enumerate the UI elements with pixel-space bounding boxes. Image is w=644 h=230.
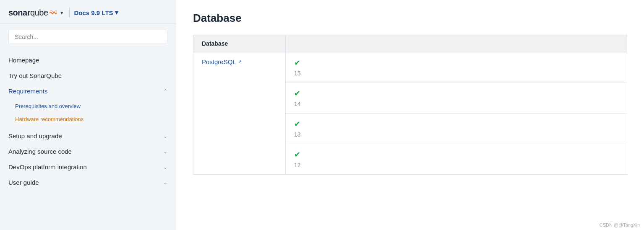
check-icon: ✔ <box>294 58 618 67</box>
requirements-sub-nav: Prerequisites and overview Hardware reco… <box>0 99 176 128</box>
check-icon: ✔ <box>294 89 618 98</box>
chevron-down-icon: ⌄ <box>163 180 167 186</box>
version-number: 15 <box>294 70 301 77</box>
search-input[interactable] <box>8 30 167 44</box>
version-13-cell: ✔ 13 <box>286 114 627 144</box>
version-number: 14 <box>294 101 301 107</box>
sidebar-item-analyzing[interactable]: Analyzing source code ⌄ <box>0 144 176 159</box>
page-title: Database <box>193 12 627 25</box>
docs-version-button[interactable]: Docs 9.9 LTS ▾ <box>74 9 118 16</box>
sidebar-item-label: Requirements <box>8 88 47 95</box>
sidebar-item-label: User guide <box>8 179 39 186</box>
nav-list: Homepage Try out SonarQube Requirements … <box>0 50 176 230</box>
logo-dropdown-button[interactable]: ▾ <box>59 9 65 17</box>
db-link-text: PostgreSQL <box>202 58 236 65</box>
sidebar-item-prerequisites[interactable]: Prerequisites and overview <box>0 100 176 113</box>
sidebar-item-label: Analyzing source code <box>8 148 72 155</box>
check-icon: ✔ <box>294 150 618 159</box>
sidebar-item-label: Try out SonarQube <box>8 72 62 79</box>
version-15-cell: ✔ 15 <box>286 52 627 83</box>
version-12-cell: ✔ 12 <box>286 144 627 175</box>
logo-text: sonarqube <box>8 8 48 18</box>
sidebar: sonarqube ▾ Docs 9.9 LTS ▾ Homepage <box>0 0 176 230</box>
chevron-up-icon: ⌃ <box>163 88 167 94</box>
version-number: 13 <box>294 131 301 138</box>
sidebar-item-requirements[interactable]: Requirements ⌃ <box>0 83 176 99</box>
header-divider <box>69 8 70 18</box>
postgresql-link[interactable]: PostgreSQL ↗ <box>202 58 277 65</box>
logo-area: sonarqube ▾ <box>8 8 65 18</box>
sidebar-item-label: DevOps platform integration <box>8 163 87 171</box>
chevron-down-icon: ⌄ <box>163 149 167 155</box>
external-link-icon: ↗ <box>238 59 242 65</box>
version-number: 12 <box>294 162 301 168</box>
logo-waves-icon <box>50 9 57 16</box>
sidebar-item-setup[interactable]: Setup and upgrade ⌄ <box>0 128 176 144</box>
table-row: PostgreSQL ↗ ✔ 15 <box>193 52 627 83</box>
db-name-cell: PostgreSQL ↗ <box>193 52 286 175</box>
sidebar-item-homepage[interactable]: Homepage <box>0 52 176 68</box>
chevron-down-icon: ⌄ <box>163 164 167 170</box>
docs-dropdown-icon: ▾ <box>115 9 118 16</box>
sidebar-item-devops[interactable]: DevOps platform integration ⌄ <box>0 159 176 175</box>
sidebar-item-userguide[interactable]: User guide ⌄ <box>0 175 176 190</box>
col-header-database: Database <box>193 35 286 52</box>
sidebar-item-label: Setup and upgrade <box>8 132 62 140</box>
sidebar-item-hardware[interactable]: Hardware recommendations <box>0 113 176 126</box>
sidebar-header: sonarqube ▾ Docs 9.9 LTS ▾ <box>0 0 176 24</box>
col-header-support <box>286 35 627 52</box>
sidebar-item-tryout[interactable]: Try out SonarQube <box>0 68 176 83</box>
main-content: Database Database PostgreSQL ↗ ✔ 15 <box>176 0 644 230</box>
database-table: Database PostgreSQL ↗ ✔ 15 <box>193 35 627 175</box>
sidebar-item-label: Homepage <box>8 57 39 64</box>
search-container <box>0 24 176 50</box>
check-icon: ✔ <box>294 119 618 129</box>
version-14-cell: ✔ 14 <box>286 83 627 114</box>
watermark: CSDN @@TangXin <box>600 222 640 227</box>
chevron-down-icon: ⌄ <box>163 133 167 139</box>
